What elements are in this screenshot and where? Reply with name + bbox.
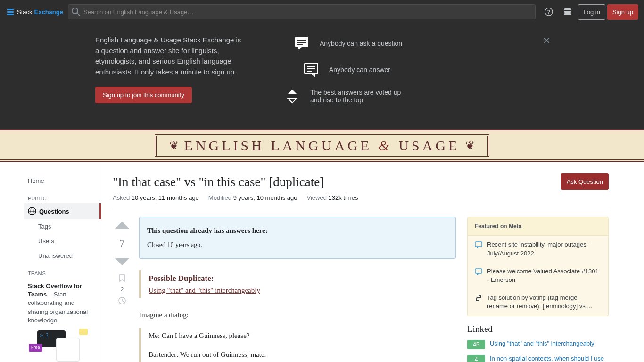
vote-column: 7 2 (113, 217, 132, 362)
site-header[interactable]: ❦ ENGLISH LANGUAGE & USAGE ❦ (0, 129, 644, 162)
hero-feature-ask: Anybody can ask a question (293, 35, 549, 52)
meta-text: Tag solution by voting (tag merge, renam… (487, 294, 601, 311)
right-sidebar: Featured on Meta Recent site instability… (467, 217, 609, 362)
promo-bubble-icon (79, 329, 88, 335)
search-wrap (68, 4, 536, 19)
svg-rect-2 (564, 8, 571, 10)
inbox-icon[interactable] (559, 3, 576, 20)
notice-sub: Closed 10 years ago. (147, 240, 448, 250)
quote-line: Me: Can I have a Guinness, please? (149, 330, 456, 341)
help-icon[interactable]: ? (540, 3, 557, 20)
logo-exchange: Exchange (34, 8, 63, 16)
linked-section: Linked 45 Using "that" and "this" interc… (467, 324, 609, 362)
svg-rect-4 (564, 13, 571, 15)
vote-count: 7 (120, 238, 125, 249)
hero-feature-label: The best answers are voted up and rise t… (310, 89, 405, 104)
stackexchange-logo[interactable]: StackExchange (6, 7, 63, 16)
linked-score: 4 (467, 355, 485, 362)
question-title: "In that case" vs "in this case" [duplic… (113, 173, 553, 190)
speech-outline-icon (475, 268, 482, 275)
dup-link[interactable]: Using "that" and "this" interchangeably (149, 287, 260, 294)
ask-question-button[interactable]: Ask Question (561, 173, 609, 190)
nav-tags[interactable]: Tags (24, 219, 101, 234)
hero-feature-label: Anybody can ask a question (320, 40, 402, 47)
nav-label: Questions (39, 208, 69, 215)
search-icon (72, 8, 80, 16)
history-icon[interactable] (118, 296, 126, 305)
duplicate-box: Possible Duplicate: Using "that" and "th… (139, 270, 456, 298)
left-sidebar: Home PUBLIC Questions Tags Users Unanswe… (24, 162, 101, 362)
bookmark-icon[interactable] (118, 274, 126, 282)
hero-description: English Language & Usage Stack Exchange … (95, 35, 246, 77)
viewed-label: Viewed (306, 194, 326, 201)
free-badge: Free (29, 344, 42, 352)
meta-box: Featured on Meta Recent site instability… (467, 217, 609, 316)
body-intro: Imagine a dialog: (139, 309, 456, 321)
svg-rect-3 (564, 11, 571, 13)
nav-unanswered[interactable]: Unanswered (24, 248, 101, 263)
promo-doc-icon (56, 338, 80, 362)
nav-header-public: PUBLIC (24, 188, 101, 203)
asked-label: Asked (113, 194, 130, 201)
linked-score: 45 (467, 340, 485, 349)
svg-rect-18 (475, 269, 482, 273)
speech-icon (293, 35, 310, 52)
upvote-button[interactable] (114, 217, 131, 234)
top-icons: ? Log in Sign up (540, 3, 638, 20)
search-input[interactable] (68, 4, 536, 19)
meta-heading: Featured on Meta (468, 217, 608, 236)
answer-icon (303, 61, 320, 78)
ornament-icon: ❦ (465, 139, 475, 152)
viewed-value: 132k times (329, 194, 358, 201)
meta-item[interactable]: Recent site instability, major outages –… (468, 236, 608, 262)
meta-text: Recent site instability, major outages –… (487, 240, 601, 257)
quote-line: Bartender: We run out of Guinness, mate. (149, 349, 456, 360)
nav-questions[interactable]: Questions (24, 203, 101, 219)
logo-stack: Stack (17, 8, 33, 16)
svg-text:?: ? (547, 9, 551, 15)
bookmark-count: 2 (121, 286, 124, 293)
modified-value[interactable]: 9 years, 10 months ago (233, 194, 297, 201)
teams-promo: Stack Overflow for Teams – Start collabo… (24, 282, 97, 359)
hero-banner: ✕ English Language & Usage Stack Exchang… (0, 24, 644, 129)
linked-link[interactable]: Using "that" and "this" interchangeably (490, 340, 594, 347)
meta-item[interactable]: Please welcome Valued Associate #1301 - … (468, 263, 608, 289)
nav-home[interactable]: Home (24, 173, 101, 188)
nav-users[interactable]: Users (24, 234, 101, 248)
hero-feature-vote: The best answers are voted up and rise t… (284, 88, 549, 105)
main-content: "In that case" vs "in this case" [duplic… (101, 162, 620, 362)
nav-header-teams: TEAMS (24, 263, 101, 278)
question-stats: Asked 10 years, 11 months ago Modified 9… (113, 194, 609, 209)
post-body: This question already has answers here: … (139, 217, 456, 362)
meta-text: Please welcome Valued Associate #1301 - … (487, 267, 601, 284)
topbar: StackExchange ? Log in Sign up (0, 0, 644, 24)
signup-button[interactable]: Sign up (607, 4, 638, 20)
hero-feature-answer: Anybody can answer (303, 61, 549, 78)
vote-icon (284, 88, 301, 105)
login-button[interactable]: Log in (578, 4, 605, 20)
dialog-quote: Me: Can I have a Guinness, please? Barte… (139, 328, 456, 362)
dup-heading: Possible Duplicate: (149, 272, 456, 285)
linked-item: 45 Using "that" and "this" interchangeab… (467, 340, 609, 349)
meta-item[interactable]: Tag solution by voting (tag merge, renam… (468, 289, 608, 315)
modified-label: Modified (208, 194, 231, 201)
ornament-icon: ❦ (169, 139, 179, 152)
globe-icon (28, 207, 36, 215)
join-button[interactable]: Sign up to join this community (95, 87, 192, 103)
stackexchange-icon (6, 7, 15, 16)
downvote-button[interactable] (114, 253, 131, 270)
notice-heading: This question already has answers here: (147, 225, 448, 236)
linked-link[interactable]: In non-spatial contexts, when should I u… (490, 355, 609, 362)
speech-outline-icon (475, 241, 482, 248)
link-icon (475, 294, 482, 302)
linked-item: 4 In non-spatial contexts, when should I… (467, 355, 609, 362)
linked-heading: Linked (467, 324, 609, 334)
duplicate-notice: This question already has answers here: … (139, 217, 456, 258)
hero-feature-label: Anybody can answer (329, 66, 390, 74)
site-title: ENGLISH LANGUAGE & USAGE (184, 138, 460, 154)
svg-rect-17 (475, 242, 482, 247)
asked-value: 10 years, 11 months ago (132, 194, 199, 201)
